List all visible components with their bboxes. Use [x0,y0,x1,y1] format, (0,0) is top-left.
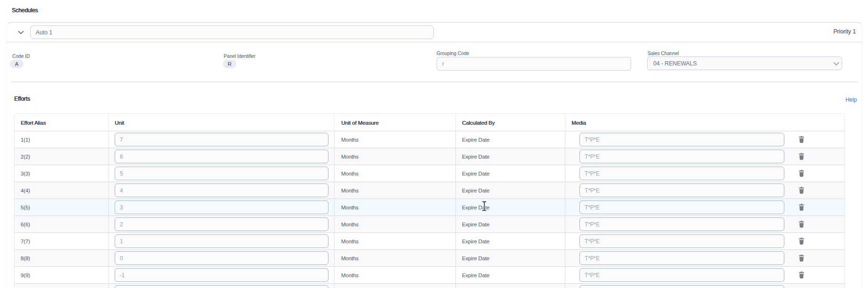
cell-unit [109,148,335,165]
cell-effort-alias: 3(3) [15,165,109,182]
trash-icon[interactable] [798,187,805,194]
trash-icon[interactable] [798,170,805,177]
cell-unit-of-measure: Months [335,165,456,182]
unit-input[interactable] [115,251,328,265]
cell-calculated-by: Expire Date [456,233,565,249]
grouping-code-input[interactable] [437,57,631,71]
table-row: 2(2)MonthsExpire Date [15,148,845,165]
cell-media [565,233,845,249]
cell-unit-of-measure [335,284,456,288]
cell-effort-alias: 5(5) [15,199,109,216]
cell-media [565,267,845,283]
efforts-title: Efforts [14,96,30,102]
efforts-table-body: 1(1)MonthsExpire Date2(2)MonthsExpire Da… [15,131,845,288]
cell-media [565,148,845,165]
sales-channel-value: 04 - RENEWALS [653,60,697,67]
cell-effort-alias: 8(8) [15,250,109,266]
cell-media [565,250,845,266]
efforts-table-header: Effort Alias Unit Unit of Measure Calcul… [15,114,845,131]
priority-label: Priority 1 [833,23,856,40]
cell-effort-alias: 6(6) [15,216,109,232]
grouping-code-label: Grouping Code [437,50,469,56]
schedule-card: Priority 1 Code ID A Panel Identifier R … [7,22,862,288]
chevron-down-icon [833,62,839,66]
trash-icon[interactable] [798,238,805,245]
trash-icon[interactable] [798,221,805,228]
section-divider [11,81,858,82]
cell-unit [109,182,335,199]
cell-unit [109,199,335,216]
trash-icon[interactable] [798,153,805,160]
schedule-name-input[interactable] [30,25,434,39]
table-row: 8(8)MonthsExpire Date [15,250,845,267]
cell-calculated-by: Expire Date [456,250,565,266]
media-input[interactable] [579,234,784,248]
trash-icon[interactable] [798,136,805,143]
media-input[interactable] [579,133,784,146]
unit-input[interactable] [115,184,328,197]
cell-effort-alias: 2(2) [15,148,109,165]
table-row: 9(9)MonthsExpire Date [15,267,845,284]
cell-calculated-by [456,284,565,288]
unit-input[interactable] [115,234,328,248]
cell-unit-of-measure: Months [335,250,456,266]
table-row: 6(6)MonthsExpire Date [15,216,845,233]
chevron-down-icon [18,31,24,34]
cell-calculated-by: Expire Date [456,165,565,182]
table-row: 4(4)MonthsExpire Date [15,182,845,199]
media-input[interactable] [579,217,784,231]
table-row: 3(3)MonthsExpire Date [15,165,845,182]
help-link[interactable]: Help [845,96,857,103]
cell-calculated-by: Expire Date [456,216,565,232]
trash-icon[interactable] [798,272,805,279]
unit-input[interactable] [115,200,328,214]
column-header-effort-alias: Effort Alias [15,114,109,131]
cell-media [565,199,845,216]
cell-calculated-by: Expire Date [456,131,565,148]
unit-input[interactable] [115,133,328,146]
cell-unit-of-measure: Months [335,233,456,249]
efforts-table: Effort Alias Unit Unit of Measure Calcul… [14,113,845,288]
unit-input[interactable] [115,268,328,282]
cell-media [565,165,845,182]
cell-effort-alias: 4(4) [15,182,109,199]
cell-unit [109,233,335,249]
unit-input[interactable] [115,217,328,231]
media-input[interactable] [579,150,784,163]
table-row: 1(1)MonthsExpire Date [15,131,845,148]
cell-calculated-by: Expire Date [456,199,565,216]
media-input[interactable] [579,167,784,180]
unit-input[interactable] [115,285,328,288]
unit-input[interactable] [115,167,328,180]
cell-unit [109,216,335,232]
cell-calculated-by: Expire Date [456,267,565,283]
media-input[interactable] [579,184,784,197]
cell-unit-of-measure: Months [335,216,456,232]
trash-icon[interactable] [798,255,805,262]
sales-channel-select[interactable]: 04 - RENEWALS [647,56,842,70]
media-input[interactable] [579,268,784,282]
panel-identifier-badge: R [223,60,236,68]
cell-calculated-by: Expire Date [456,182,565,199]
table-row: 5(5)MonthsExpire Date [15,199,845,216]
panel-identifier-label: Panel Identifier [224,53,256,59]
cell-media [565,131,845,148]
table-row: 7(7)MonthsExpire Date [15,233,845,250]
page-title: Schedules [12,7,38,14]
schedule-toolbar: Priority 1 [7,23,862,42]
media-input[interactable] [579,200,784,214]
media-input[interactable] [579,251,784,265]
cell-effort-alias: 7(7) [15,233,109,249]
cell-unit [109,131,335,148]
media-input[interactable] [579,285,784,288]
code-id-label: Code ID [12,53,30,59]
cell-effort-alias: 9(9) [15,267,109,283]
cell-unit-of-measure: Months [335,182,456,199]
unit-input[interactable] [115,150,328,163]
expand-schedule-button[interactable] [16,29,25,36]
cell-unit-of-measure: Months [335,267,456,283]
cell-media [565,284,845,288]
cell-unit-of-measure: Months [335,199,456,216]
trash-icon[interactable] [798,204,805,211]
cell-unit-of-measure: Months [335,148,456,165]
